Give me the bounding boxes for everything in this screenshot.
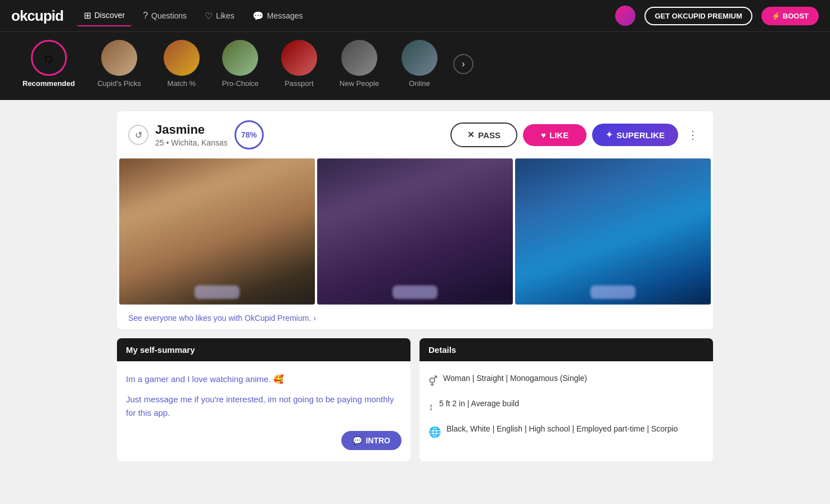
details-card: Details ⚥ Woman | Straight | Monogamous … <box>419 338 713 461</box>
gender-text: Woman | Straight | Monogamous (Single) <box>443 373 587 384</box>
like-heart-icon: ♥ <box>541 130 546 140</box>
undo-button[interactable]: ↺ <box>128 125 148 145</box>
nav-messages-label: Messages <box>267 11 303 20</box>
category-cupids-picks[interactable]: Cupid's Picks <box>86 37 152 91</box>
category-recommended-label: Recommended <box>22 79 75 88</box>
intro-message-icon: 💬 <box>353 436 362 445</box>
boost-button[interactable]: ⚡ BOOST <box>761 7 819 25</box>
profile-photo-2[interactable] <box>317 158 513 305</box>
top-nav: okcupid ⊞ Discover ? Questions ♡ Likes 💬… <box>0 0 830 31</box>
nav-messages[interactable]: 💬 Messages <box>246 6 310 26</box>
pass-button[interactable]: ✕ PASS <box>450 122 517 147</box>
photos-grid <box>117 158 713 307</box>
nav-questions-label: Questions <box>151 11 187 20</box>
profile-name-section: Jasmine 25 • Wichita, Kansas <box>155 122 228 147</box>
cupids-picks-thumb <box>101 40 137 76</box>
self-summary-text: Im a gamer and I love watching anime. 🥰 … <box>126 373 402 420</box>
height-icon: ↕ <box>428 399 434 415</box>
more-options-button[interactable]: ⋮ <box>684 126 702 144</box>
detail-row-height: ↕ 5 ft 2 in | Average build <box>428 398 704 415</box>
self-summary-header: My self-summary <box>117 338 411 361</box>
profile-card: ↺ Jasmine 25 • Wichita, Kansas 78% ✕ PAS… <box>117 111 713 329</box>
profile-photo-3[interactable] <box>515 158 711 305</box>
category-match-label: Match % <box>168 79 196 88</box>
premium-link[interactable]: See everyone who likes you with OkCupid … <box>117 307 713 329</box>
new-people-thumb <box>341 40 377 76</box>
category-new-people[interactable]: New People <box>328 37 390 91</box>
category-online-label: Online <box>409 79 430 88</box>
profile-age-location: 25 • Wichita, Kansas <box>155 138 228 147</box>
app-logo: okcupid <box>11 7 64 25</box>
category-match[interactable]: Match % <box>152 37 211 91</box>
boost-lightning-icon: ⚡ <box>772 12 781 20</box>
category-recommended[interactable]: ☼ Recommended <box>11 37 86 91</box>
premium-link-arrow: › <box>313 314 316 323</box>
profile-header: ↺ Jasmine 25 • Wichita, Kansas 78% ✕ PAS… <box>117 111 713 158</box>
recommended-icon: ☼ <box>42 49 56 67</box>
profile-photo-1[interactable] <box>119 158 315 305</box>
recommended-circle: ☼ <box>31 40 67 76</box>
category-online[interactable]: Online <box>390 37 449 91</box>
like-button[interactable]: ♥ LIKE <box>523 124 587 146</box>
category-passport[interactable]: Passport <box>270 37 328 91</box>
user-avatar[interactable] <box>615 6 635 26</box>
superlike-button[interactable]: ✦ SUPERLIKE <box>592 124 678 146</box>
category-bar: ☼ Recommended Cupid's Picks Match % Pro-… <box>0 31 830 100</box>
profile-name: Jasmine <box>155 122 228 137</box>
premium-button[interactable]: GET OKCUPID PREMIUM <box>644 7 752 25</box>
background-text: Black, White | English | High school | E… <box>446 423 678 435</box>
category-passport-label: Passport <box>285 79 313 88</box>
pass-x-icon: ✕ <box>467 130 475 140</box>
category-next-button[interactable]: › <box>453 54 473 74</box>
likes-icon: ♡ <box>205 11 213 21</box>
globe-icon: 🌐 <box>428 424 441 441</box>
discover-icon: ⊞ <box>84 10 91 21</box>
detail-row-background: 🌐 Black, White | English | High school |… <box>428 423 704 441</box>
main-content: ↺ Jasmine 25 • Wichita, Kansas 78% ✕ PAS… <box>106 111 724 461</box>
details-header: Details <box>419 338 713 361</box>
nav-likes-label: Likes <box>216 11 234 20</box>
self-summary-body: Im a gamer and I love watching anime. 🥰 … <box>117 361 411 461</box>
nav-discover[interactable]: ⊞ Discover <box>77 6 132 26</box>
category-pro-choice[interactable]: Pro-Choice <box>211 37 270 91</box>
pro-choice-thumb <box>222 40 258 76</box>
category-pro-choice-label: Pro-Choice <box>222 79 259 88</box>
photo-2-overlay <box>393 285 437 299</box>
gender-icon: ⚥ <box>428 374 437 390</box>
nav-likes[interactable]: ♡ Likes <box>198 6 241 26</box>
passport-thumb <box>281 40 317 76</box>
category-cupids-picks-label: Cupid's Picks <box>97 79 141 88</box>
detail-row-gender: ⚥ Woman | Straight | Monogamous (Single) <box>428 373 704 390</box>
messages-icon: 💬 <box>252 11 264 21</box>
nav-questions[interactable]: ? Questions <box>136 6 193 25</box>
match-thumb <box>164 40 200 76</box>
match-percentage: 78% <box>234 120 264 149</box>
intro-button[interactable]: 💬 INTRO <box>341 431 402 450</box>
category-new-people-label: New People <box>340 79 379 88</box>
action-buttons: ✕ PASS ♥ LIKE ✦ SUPERLIKE ⋮ <box>450 122 702 147</box>
height-text: 5 ft 2 in | Average build <box>439 398 519 410</box>
photo-3-overlay <box>590 285 635 299</box>
nav-discover-label: Discover <box>94 11 125 20</box>
photo-1-overlay <box>195 285 240 299</box>
details-body: ⚥ Woman | Straight | Monogamous (Single)… <box>419 361 713 459</box>
profile-details-row: My self-summary Im a gamer and I love wa… <box>117 338 713 461</box>
superlike-icon: ✦ <box>606 130 613 140</box>
online-thumb <box>402 40 437 76</box>
self-summary-card: My self-summary Im a gamer and I love wa… <box>117 338 411 461</box>
questions-icon: ? <box>143 11 148 21</box>
